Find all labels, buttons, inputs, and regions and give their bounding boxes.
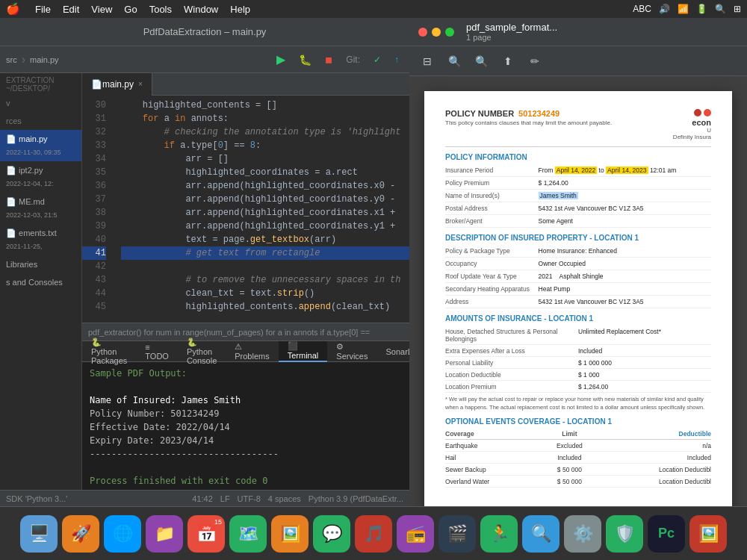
terminal-content[interactable]: Sample PDF Output: Name of Insured: Jame… [82, 362, 409, 490]
menu-tools[interactable]: Tools [149, 4, 172, 15]
pdf-titlebar: pdf_sample_format... 1 page [409, 18, 747, 46]
tab-problems[interactable]: ⚠ Problems [226, 341, 278, 362]
menu-file[interactable]: File [35, 4, 51, 15]
dock-spotlight[interactable]: 🔍 [522, 515, 560, 553]
policy-info-row-name: Name of Insured(s) James Smith [445, 190, 711, 202]
git-upload-button[interactable]: ↑ [390, 53, 403, 66]
tab-icon: 📄 [91, 79, 102, 90]
preview-icon: 🖼️ [698, 524, 719, 544]
tab-todo[interactable]: ≡ TODO [136, 341, 178, 362]
abc-indicator: ABC [633, 4, 651, 14]
opt-col-coverage: Coverage [445, 429, 541, 440]
pdf-zoom-out[interactable]: 🔍 [469, 51, 493, 72]
file-sidebar: Extraction ~/Desktop/ v rces 📄 main.py 2… [0, 73, 82, 490]
dock-music[interactable]: 🎵 [355, 515, 392, 553]
messages-icon: 💬 [322, 524, 342, 544]
sidebar-item-main-py[interactable]: 📄 main.py 2022-11-30, 09:35 [0, 130, 81, 161]
terminal-blank [90, 461, 402, 474]
git-label: Git: [341, 53, 365, 66]
tab-main-py[interactable]: 📄 main.py × [82, 73, 152, 96]
tab-services[interactable]: ⚙ Services [327, 341, 376, 362]
deductible-label: Location Deductible [445, 369, 578, 381]
main-area: PdfDataExtraction – main.py src › main.p… [0, 18, 747, 506]
battery-icon[interactable]: 🔋 [696, 4, 707, 14]
file-date-ipt2: 2022-12-04, 12: [6, 177, 75, 190]
pdf-annotate[interactable]: ✏ [523, 51, 547, 72]
terminal-line-1 [90, 380, 402, 393]
window-minimize-button[interactable] [432, 28, 441, 37]
dock-preview[interactable]: 🖼️ [689, 515, 727, 553]
search-icon[interactable]: 🔍 [715, 4, 726, 14]
sewer-coverage: Sewer Backup [445, 464, 541, 476]
fitness-icon: 🏃 [489, 524, 509, 544]
dock-photos[interactable]: 🖼️ [271, 515, 309, 553]
code-editor[interactable]: 30 31 32 33 34 35 36 37 38 39 40 41 42 4… [82, 96, 409, 323]
menu-window[interactable]: Window [184, 4, 218, 15]
sidebar-item-ements[interactable]: 📄 ements.txt 2021-11-25, [0, 224, 81, 255]
deductible-value: $ 1 000 [578, 369, 711, 381]
sidebar-item-consoles[interactable]: s and Consoles [0, 273, 81, 291]
dock-pycharm[interactable]: Pc [648, 515, 685, 553]
wifi-icon[interactable]: 📶 [678, 4, 689, 14]
tab-close[interactable]: × [138, 80, 143, 88]
pdf-title-info: pdf_sample_format... 1 page [466, 22, 557, 42]
opt-row-sewer: Sewer Backup $ 50 000 Location Deductibl [445, 464, 711, 476]
policy-info-row-premium: Policy Premium $ 1,264.00 [445, 177, 711, 190]
tab-python-packages[interactable]: 🐍 Python Packages [82, 341, 136, 362]
dock-fitness[interactable]: 🏃 [480, 515, 518, 553]
dock-maps[interactable]: 🗺️ [229, 515, 267, 553]
amounts-row-premium: Location Premium $ 1,264.00 [445, 381, 711, 393]
pdf-zoom-in[interactable]: 🔍 [442, 51, 466, 72]
property-row-occupancy: Occupancy Owner Occupied [445, 258, 711, 270]
tab-terminal[interactable]: ⬛ Terminal [279, 341, 328, 362]
code-line-42 [121, 260, 409, 273]
run-button[interactable]: ▶ [272, 51, 290, 68]
policy-info-row-agent: Broker/Agent Some Agent [445, 215, 711, 228]
pdf-share[interactable]: ⬆ [496, 51, 520, 72]
git-check-button[interactable]: ✓ [369, 53, 385, 66]
menu-go[interactable]: Go [124, 4, 137, 15]
window-close-button[interactable] [418, 28, 427, 37]
policy-label: POLICY NUMBER [445, 109, 514, 118]
premium-value: $ 1,264.00 [539, 177, 711, 190]
dock-finder[interactable]: 🖥️ [20, 515, 58, 553]
code-content[interactable]: highlighted_contents = [] for a in annot… [112, 96, 409, 323]
dock-security[interactable]: 🛡️ [606, 515, 643, 553]
pdf-content[interactable]: POLICY NUMBER 501234249 This policy cont… [409, 76, 747, 506]
menu-help[interactable]: Help [230, 4, 250, 15]
tab-sonar[interactable]: SonarL [376, 341, 409, 362]
property-row-heating: Secondary Heating Apparatus Heat Pump [445, 283, 711, 296]
dock-podcasts[interactable]: 📻 [397, 515, 434, 553]
dock-tv[interactable]: 🎬 [438, 515, 476, 553]
opt-col-deductible: Deductible [598, 429, 711, 440]
dock-calendar[interactable]: 📅 15 [187, 515, 225, 553]
menu-edit[interactable]: Edit [63, 4, 79, 15]
sidebar-item-me[interactable]: 📄 ME.md 2022-12-03, 21:5 [0, 193, 81, 224]
pdf-sidebar-toggle[interactable]: ⊟ [415, 51, 439, 72]
menu-view[interactable]: View [91, 4, 112, 15]
launchpad-icon: 🚀 [71, 524, 91, 544]
dock-safari[interactable]: 🌐 [104, 515, 141, 553]
stop-button[interactable]: ◼ [320, 53, 337, 66]
apple-menu[interactable]: 🍎 [6, 2, 20, 16]
dock-messages[interactable]: 💬 [313, 515, 350, 553]
dock-launchpad[interactable]: 🚀 [62, 515, 99, 553]
sidebar-item-ipt2[interactable]: 📄 ipt2.py 2022-12-04, 12: [0, 161, 81, 193]
code-line-40: text = page.get_textbox(arr) [121, 233, 409, 246]
sidebar-item-libraries[interactable]: Libraries [0, 255, 81, 273]
volume-icon[interactable]: 🔊 [659, 4, 670, 14]
dock-files[interactable]: 📁 [146, 515, 183, 553]
sidebar-section-v: v [0, 94, 81, 112]
settings-icon: ⚙️ [573, 524, 593, 544]
ide-panel: PdfDataExtraction – main.py src › main.p… [0, 18, 409, 506]
tab-python-console[interactable]: 🐍 Python Console [178, 341, 226, 362]
control-center-icon[interactable]: ⊞ [734, 4, 741, 14]
overland-coverage: Overland Water [445, 476, 541, 488]
postal-value: 5432 1st Ave Vancouver BC V1Z 3A5 [539, 202, 711, 215]
calendar-badge: 15 [213, 517, 223, 527]
dock-settings[interactable]: ⚙️ [564, 515, 601, 553]
sewer-deductible: Location Deductibl [598, 464, 711, 476]
debug-button[interactable]: 🐛 [294, 52, 316, 67]
window-maximize-button[interactable] [445, 28, 454, 37]
liability-label: Personal Liability [445, 357, 578, 369]
